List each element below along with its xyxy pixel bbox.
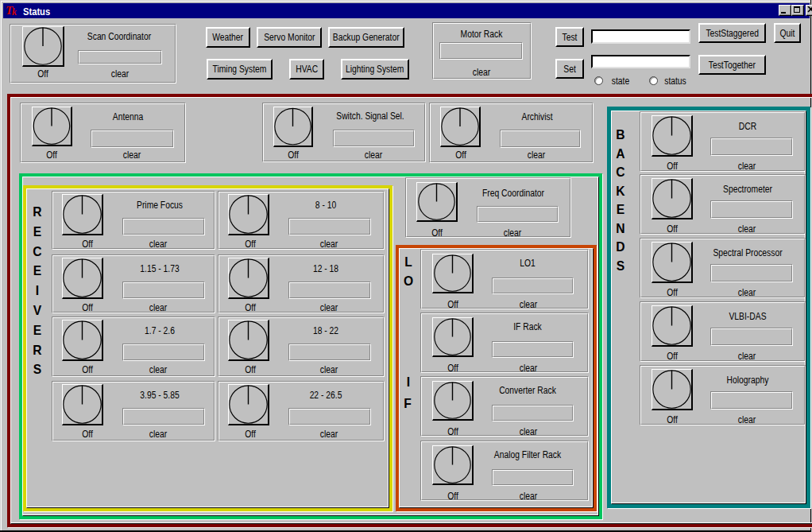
svg-text:k: k <box>12 6 17 17</box>
